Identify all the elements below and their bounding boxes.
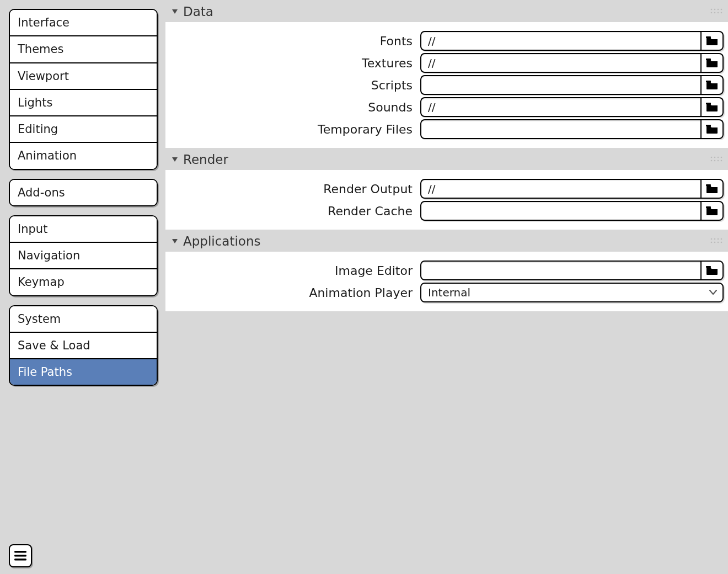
sidebar-group-2: Add-ons	[9, 179, 158, 206]
sidebar-group-4: System Save & Load File Paths	[9, 305, 158, 386]
sidebar-item-label: Lights	[18, 96, 52, 109]
field-row-textures: Textures	[170, 52, 724, 74]
svg-point-20	[711, 160, 713, 162]
section-title: Render	[183, 152, 228, 167]
textures-path-input[interactable]	[420, 53, 702, 73]
drag-grip-icon[interactable]	[710, 156, 722, 162]
svg-point-32	[718, 242, 719, 243]
folder-icon	[706, 102, 718, 112]
sidebar-item-label: Navigation	[18, 249, 80, 262]
drag-grip-icon[interactable]	[710, 8, 722, 14]
field-row-sounds: Sounds	[170, 96, 724, 118]
sidebar-item-label: Viewport	[18, 70, 69, 83]
sidebar-item-label: File Paths	[18, 365, 72, 379]
section-title: Data	[183, 4, 213, 19]
sidebar-item-system[interactable]: System	[10, 306, 157, 333]
section-title: Applications	[183, 234, 261, 248]
scripts-path-input[interactable]	[420, 75, 702, 95]
folder-icon	[706, 80, 718, 90]
sidebar-item-keymap[interactable]: Keymap	[10, 269, 157, 295]
svg-point-22	[718, 160, 719, 162]
hamburger-icon	[14, 550, 27, 561]
svg-rect-15	[706, 125, 711, 126]
svg-rect-1	[14, 555, 26, 557]
svg-point-6	[721, 9, 722, 10]
sidebar-item-addons[interactable]: Add-ons	[10, 180, 157, 205]
sidebar-item-saveload[interactable]: Save & Load	[10, 333, 157, 359]
svg-point-29	[721, 238, 722, 240]
field-label: Scripts	[170, 78, 413, 92]
folder-icon	[706, 184, 718, 194]
folder-icon	[706, 265, 718, 275]
tempfiles-browse-button[interactable]	[702, 119, 724, 139]
field-label: Image Editor	[170, 264, 413, 278]
section-header-applications[interactable]: Applications	[165, 230, 728, 252]
fonts-path-input[interactable]	[420, 31, 702, 51]
field-label: Render Output	[170, 182, 413, 196]
rendercache-path-input[interactable]	[420, 201, 702, 221]
sidebar-item-themes[interactable]: Themes	[10, 36, 157, 63]
sidebar-item-label: System	[18, 312, 61, 326]
disclosure-triangle-icon	[170, 7, 180, 17]
animationplayer-select[interactable]: Internal	[420, 283, 724, 302]
sidebar-item-input[interactable]: Input	[10, 216, 157, 243]
svg-point-33	[721, 242, 722, 243]
disclosure-triangle-icon	[170, 236, 180, 246]
svg-point-8	[714, 12, 716, 14]
sidebar-item-lights[interactable]: Lights	[10, 90, 157, 116]
sidebar-item-viewport[interactable]: Viewport	[10, 63, 157, 90]
svg-point-21	[714, 160, 716, 162]
folder-icon	[706, 124, 718, 134]
svg-rect-0	[14, 551, 26, 553]
sidebar-item-label: Themes	[18, 42, 63, 56]
field-row-renderoutput: Render Output	[170, 178, 724, 200]
renderoutput-path-input[interactable]	[420, 179, 702, 199]
svg-point-18	[718, 157, 719, 158]
field-row-rendercache: Render Cache	[170, 200, 724, 222]
sounds-browse-button[interactable]	[702, 97, 724, 117]
textures-browse-button[interactable]	[702, 53, 724, 73]
imageeditor-browse-button[interactable]	[702, 261, 724, 280]
imageeditor-path-input[interactable]	[420, 261, 702, 280]
sidebar-item-filepaths[interactable]: File Paths	[10, 359, 157, 385]
section-header-render[interactable]: Render	[165, 148, 728, 170]
rendercache-browse-button[interactable]	[702, 201, 724, 221]
svg-point-27	[714, 238, 716, 240]
field-row-scripts: Scripts	[170, 74, 724, 96]
field-label: Animation Player	[170, 286, 413, 300]
sidebar-item-interface[interactable]: Interface	[10, 10, 157, 36]
svg-rect-14	[706, 103, 711, 104]
renderoutput-browse-button[interactable]	[702, 179, 724, 199]
svg-point-9	[718, 12, 719, 14]
tempfiles-path-input[interactable]	[420, 119, 702, 139]
field-label: Fonts	[170, 34, 413, 48]
field-label: Textures	[170, 56, 413, 70]
svg-point-30	[711, 242, 713, 243]
sidebar-group-1: Interface Themes Viewport Lights Editing…	[9, 9, 158, 170]
sidebar-item-editing[interactable]: Editing	[10, 116, 157, 143]
svg-point-3	[711, 9, 713, 10]
sidebar-item-animation[interactable]: Animation	[10, 143, 157, 168]
preferences-main: Data Fonts Textures	[165, 0, 728, 574]
field-row-tempfiles: Temporary Files	[170, 118, 724, 140]
scripts-browse-button[interactable]	[702, 75, 724, 95]
sounds-path-input[interactable]	[420, 97, 702, 117]
svg-rect-13	[706, 81, 711, 82]
section-header-data[interactable]: Data	[165, 0, 728, 22]
svg-point-4	[714, 9, 716, 10]
sidebar-group-3: Input Navigation Keymap	[9, 215, 158, 296]
svg-point-7	[711, 12, 713, 14]
fonts-browse-button[interactable]	[702, 31, 724, 51]
svg-rect-25	[706, 206, 711, 208]
preferences-menu-button[interactable]	[9, 544, 32, 567]
sidebar-item-label: Editing	[18, 123, 58, 136]
svg-point-28	[718, 238, 719, 240]
drag-grip-icon[interactable]	[710, 238, 722, 243]
field-label: Sounds	[170, 100, 413, 114]
svg-point-19	[721, 157, 722, 158]
sidebar-item-navigation[interactable]: Navigation	[10, 243, 157, 269]
svg-point-26	[711, 238, 713, 240]
sidebar-item-label: Save & Load	[18, 339, 90, 352]
svg-point-31	[714, 242, 716, 243]
svg-rect-11	[706, 36, 711, 38]
